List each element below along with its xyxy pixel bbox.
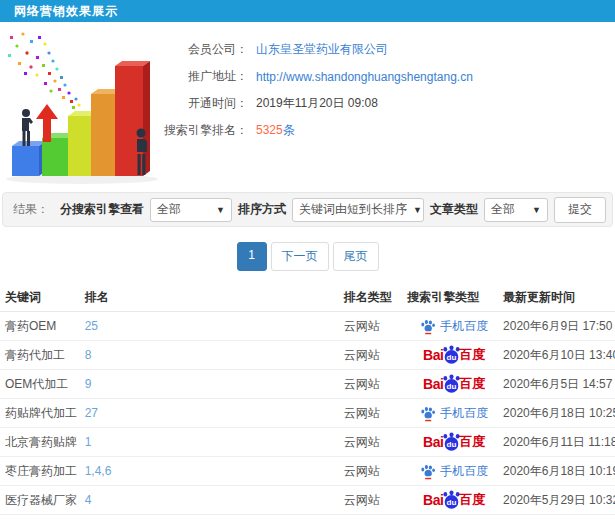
table-row: OEM代加工 9 云网站 Baidu百度 2020年6月5日 14:57 [0,370,615,399]
keyword-cell: 菏泽膏药厂家 [0,515,84,520]
keyword-cell: 北京膏药贴牌 [0,428,84,457]
rank-link[interactable]: 8 [85,348,92,362]
time-cell: 2020年6月18日 10:19 [502,457,615,486]
baidu-bai-text: Bai [423,492,443,508]
open-time-value: 2019年11月20日 09:08 [256,95,378,112]
sort-filter-label: 排序方式 [238,201,286,218]
rank-type-cell: 云网站 [343,341,407,370]
time-cell: 2020年5月29日 10:32 [502,486,615,515]
sort-select[interactable]: 关键词由短到长排序 ▼ [292,198,424,222]
svg-text:du: du [447,381,457,390]
chevron-down-icon: ▼ [216,205,225,215]
next-page-button[interactable]: 下一页 [271,242,329,271]
engine-cell: 手机百度 [406,515,502,520]
keyword-cell: 膏药OEM [0,312,84,341]
baidu-bai-text: Bai [423,434,443,450]
company-link[interactable]: 山东皇圣堂药业有限公司 [256,42,388,56]
engine-select[interactable]: 全部 ▼ [150,198,232,222]
rank-cell: 1 [84,428,343,457]
rank-cell: 17 [84,515,343,520]
open-time-label: 开通时间： [160,95,248,112]
rank-cell: 4 [84,486,343,515]
info-row-open-time: 开通时间： 2019年11月20日 09:08 [160,90,473,117]
growth-chart-illustration [0,28,185,188]
results-table: 关键词 排名 排名类型 搜索引擎类型 最新更新时间 膏药OEM 25 云网站 手… [0,283,615,520]
article-type-select[interactable]: 全部 ▼ [484,198,548,222]
engine-cell: 手机百度 [406,312,502,341]
table-row: 药贴牌代加工 27 云网站 手机百度 2020年6月18日 10:25 [0,399,615,428]
filter-bar: 结果： 分搜索引擎查看 全部 ▼ 排序方式 关键词由短到长排序 ▼ 文章类型 全… [2,192,613,227]
engine-cell: Baidu百度 [406,486,502,515]
table-row: 北京膏药贴牌 1 云网站 Baidu百度 2020年6月11日 11:18 [0,428,615,457]
baidu-cn-text: 百度 [459,346,485,364]
baidu-cn-text: 百度 [459,375,485,393]
rank-type-cell: 云网站 [343,399,407,428]
last-page-button[interactable]: 尾页 [333,242,379,271]
svg-text:du: du [447,352,457,361]
engine-cell: 手机百度 [406,457,502,486]
baidu-paw-icon [420,405,436,422]
rank-type-cell: 云网站 [343,457,407,486]
mobile-baidu-logo: 手机百度 [420,318,488,335]
rank-link[interactable]: 27 [85,406,98,420]
page-1-button[interactable]: 1 [237,242,267,271]
keyword-cell: 药贴牌代加工 [0,399,84,428]
baidu-logo: Baidu百度 [423,490,485,511]
rank-cell: 27 [84,399,343,428]
sort-select-value: 关键词由短到长排序 [299,201,407,218]
rank-link[interactable]: 9 [85,377,92,391]
rank-type-cell: 云网站 [343,515,407,520]
mobile-baidu-label: 手机百度 [440,405,488,422]
keyword-cell: 医疗器械厂家 [0,486,84,515]
engine-cell: Baidu百度 [406,341,502,370]
engine-cell: Baidu百度 [406,370,502,399]
svg-text:du: du [447,439,457,448]
info-row-rank-count: 搜索引擎排名： 5325条 [160,117,473,144]
info-row-url: 推广地址： http://www.shandonghuangshengtang.… [160,63,473,90]
mobile-baidu-label: 手机百度 [440,318,488,335]
rank-type-cell: 云网站 [343,428,407,457]
keyword-cell: OEM代加工 [0,370,84,399]
table-header-row: 关键词 排名 排名类型 搜索引擎类型 最新更新时间 [0,283,615,312]
rank-link[interactable]: 4 [85,493,92,507]
table-row: 膏药OEM 25 云网站 手机百度 2020年6月9日 17:50 [0,312,615,341]
rank-cell: 1,4,6 [84,457,343,486]
rank-link[interactable]: 25 [85,319,98,333]
header-update-time: 最新更新时间 [502,283,615,312]
pagination: 1 下一页 尾页 [0,242,615,271]
rank-link[interactable]: 1 [85,435,92,449]
rank-cell: 9 [84,370,343,399]
header-rank-type: 排名类型 [343,283,407,312]
submit-button[interactable]: 提交 [554,197,606,223]
bar-blue [12,141,46,176]
mobile-baidu-logo: 手机百度 [420,463,488,480]
keyword-cell: 膏药代加工 [0,341,84,370]
rank-link[interactable]: 1,4,6 [85,464,112,478]
baidu-bai-text: Bai [423,347,443,363]
rank-cell: 25 [84,312,343,341]
engine-filter-label: 分搜索引擎查看 [60,201,144,218]
page-header: 网络营销效果展示 [0,0,615,22]
rank-cell: 8 [84,341,343,370]
table-row: 膏药代加工 8 云网站 Baidu百度 2020年6月10日 13:40 [0,341,615,370]
promo-url-link[interactable]: http://www.shandonghuangshengtang.cn [256,70,473,84]
time-cell: 2020年6月18日 10:25 [502,399,615,428]
engine-select-value: 全部 [157,201,181,218]
rank-count-unit: 条 [283,123,295,137]
page-title: 网络营销效果展示 [14,4,118,18]
keyword-cell: 枣庄膏药加工 [0,457,84,486]
svg-text:du: du [447,497,457,506]
time-cell: 2020年6月10日 13:40 [502,341,615,370]
mobile-baidu-logo: 手机百度 [420,405,488,422]
time-cell: 2020年6月11日 11:18 [502,428,615,457]
table-row: 医疗器械厂家 4 云网站 Baidu百度 2020年5月29日 10:32 [0,486,615,515]
engine-cell: 手机百度 [406,399,502,428]
article-type-label: 文章类型 [430,201,478,218]
baidu-paw-icon [420,463,436,480]
time-cell: 2020年6月9日 17:50 [502,312,615,341]
businessman-left [22,109,33,146]
chevron-down-icon: ▼ [413,205,422,215]
rank-count-label: 搜索引擎排名： [160,122,248,139]
table-row: 菏泽膏药厂家 17 云网站 手机百度 2020年6月11日 11:40 [0,515,615,520]
engine-cell: Baidu百度 [406,428,502,457]
